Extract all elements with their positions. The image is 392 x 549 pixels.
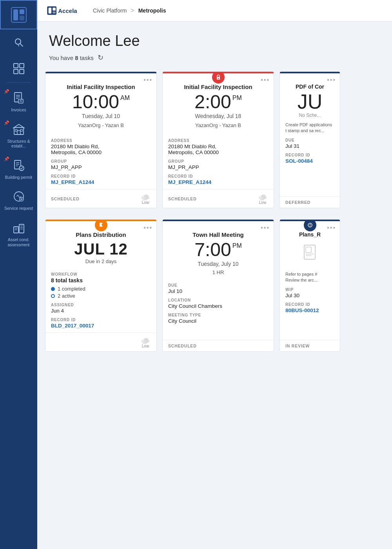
- card-initial-facility-1: ••• Initial Facility Inspection 10:00 AM…: [45, 71, 157, 208]
- card-footer: SCHEDULED Low: [45, 189, 156, 208]
- main-content: Accela Civic Platform > Metropolis Welco…: [37, 0, 392, 549]
- tasks-text: You have 8 tasks: [49, 55, 94, 61]
- field-value-recordid[interactable]: MJ_EPRE_A1244: [51, 179, 151, 185]
- service-request-icon: [11, 189, 26, 204]
- building-permit-icon: [11, 158, 26, 173]
- svg-rect-19: [17, 131, 20, 135]
- card-date-2: Wednesday, Jul 18: [163, 111, 274, 120]
- svg-rect-9: [14, 69, 18, 74]
- field-value-due-5: Jul 10: [168, 288, 268, 294]
- sidebar-search[interactable]: [0, 29, 37, 56]
- field-value-recordid-4[interactable]: BLD_2017_00017: [51, 323, 151, 329]
- invoice-icon: [11, 91, 26, 105]
- field-label-recordid-3: RECORD ID: [285, 153, 334, 157]
- field-label-group-2: GROUP: [168, 159, 268, 164]
- svg-line-5: [20, 44, 23, 46]
- card-body: ADDRESS 20180 Mt Diablo Rd,Metropolis, C…: [45, 131, 156, 189]
- svg-rect-32: [19, 224, 24, 233]
- structures-icon: [11, 122, 26, 137]
- welcome-section: Welcome Lee You have 8 tasks ↻: [37, 22, 392, 66]
- dot-filled-icon: [51, 287, 55, 291]
- card-more-button-6[interactable]: •••: [327, 224, 336, 231]
- welcome-title: Welcome Lee: [49, 33, 380, 49]
- field-label-address: ADDRESS: [51, 138, 151, 143]
- card-body-5: DUE Jul 10 LOCATION City Council Chamber…: [163, 276, 274, 340]
- card-title-6: Plans_R: [280, 231, 340, 239]
- card-more-button[interactable]: •••: [143, 76, 152, 84]
- svg-point-59: [144, 338, 149, 342]
- dot-empty-icon: [51, 294, 55, 298]
- card-status-6: IN REVIEW: [285, 344, 310, 348]
- asset-icon: [11, 220, 26, 235]
- sidebar-logo-button[interactable]: [0, 0, 37, 29]
- field-value-location: City Council Chambers: [168, 303, 268, 309]
- card-status-2: SCHEDULED: [168, 196, 197, 201]
- svg-rect-1: [13, 9, 18, 20]
- sidebar-grid-button[interactable]: [0, 56, 37, 80]
- workflow-active: 2 active: [51, 293, 151, 299]
- field-label-group: GROUP: [51, 159, 151, 164]
- field-value-recordid-6[interactable]: 80BUS-00012: [285, 307, 334, 313]
- card-time-2: 2:00 PM: [163, 92, 274, 111]
- svg-point-45: [144, 195, 149, 198]
- card-icon-6: [280, 239, 340, 268]
- card-status-3: DEFERRED: [285, 200, 310, 205]
- sidebar-item-asset[interactable]: Asset cond. assessment: [0, 215, 37, 251]
- card-duration-5: 1 HR: [163, 268, 274, 276]
- pin-icon-3: 📌: [4, 156, 9, 162]
- card-more-button-4[interactable]: •••: [143, 224, 152, 231]
- sidebar-item-building-permit-label: Building permit: [5, 175, 32, 180]
- card-time-ampm: AM: [120, 95, 130, 101]
- card-more-button-2[interactable]: •••: [261, 76, 270, 84]
- grid-icon: [11, 61, 26, 76]
- field-label-assigned: ASSIGNED: [51, 303, 151, 307]
- weather-label-2: Low: [259, 200, 266, 205]
- svg-point-53: [261, 195, 266, 198]
- sidebar-item-invoices[interactable]: 📌 Invoices: [0, 85, 37, 116]
- topbar: Accela Civic Platform > Metropolis: [37, 0, 392, 22]
- card-body-4: WORKFLOW 8 total tasks 1 completed 2 act…: [45, 265, 156, 333]
- svg-text:Accela: Accela: [58, 7, 77, 14]
- card-body-6: Refer to pages #Review the arc... WIP Ju…: [280, 268, 340, 340]
- card-time-5: 7:00 PM: [163, 240, 274, 259]
- field-value-address-2: 20180 Mt Diablo Rd,Metropolis, CA 00000: [168, 144, 268, 155]
- lock-badge: [212, 71, 225, 84]
- svg-rect-2: [20, 9, 24, 14]
- sidebar-item-structures[interactable]: 📌 Structures & establ...: [0, 116, 37, 153]
- card-time-value: 10:00: [72, 93, 119, 111]
- field-value-recordid-3[interactable]: SOL-00484: [285, 158, 334, 164]
- svg-rect-15: [18, 99, 23, 103]
- card-initial-facility-2: ••• Initial Facility Inspection 2:00 PM …: [162, 71, 274, 208]
- field-label-due-3: DUE: [285, 138, 334, 142]
- card-title-5: Town Hall Meeting: [163, 231, 274, 240]
- workflow-total: 8 total tasks: [51, 277, 151, 284]
- breadcrumb-current: Metropolis: [138, 7, 166, 14]
- svg-rect-3: [20, 16, 24, 20]
- sidebar-item-invoices-label: Invoices: [11, 107, 26, 113]
- field-label-address-2: ADDRESS: [168, 138, 268, 143]
- svg-rect-40: [53, 8, 56, 11]
- svg-rect-39: [49, 8, 51, 14]
- card-desc-3: Create PDF applications t stamp and sa r…: [285, 122, 334, 134]
- card-footer-3: DEFERRED: [280, 196, 340, 208]
- sidebar-divider: [7, 82, 31, 83]
- card-plans-r-partial: ••• Plans_R Refer to pages #Review the a…: [279, 219, 340, 352]
- sidebar-item-building-permit[interactable]: 📌 Building permit: [0, 153, 37, 184]
- field-value-assigned: Jun 4: [51, 308, 151, 314]
- card-time-value-5: 7:00: [194, 240, 231, 259]
- field-value-recordid-2[interactable]: MJ_EPRE_A1244: [168, 179, 268, 185]
- card-date-5: Tuesday, July 10: [163, 259, 274, 268]
- svg-rect-8: [20, 64, 24, 68]
- field-label-recordid-6: RECORD ID: [285, 302, 334, 307]
- card-header-5: •••: [163, 221, 274, 231]
- card-more-button-5[interactable]: •••: [261, 224, 270, 231]
- card-pdf-partial: ••• PDF of Cor JU No Sche... Create PDF …: [279, 71, 340, 208]
- field-label-meeting-type: MEETING TYPE: [168, 313, 268, 317]
- refresh-button[interactable]: ↻: [98, 53, 103, 62]
- sidebar-item-service-request[interactable]: Service request: [0, 184, 37, 215]
- breadcrumb-separator: >: [131, 7, 134, 14]
- card-status-5: SCHEDULED: [168, 344, 197, 348]
- breadcrumb-root[interactable]: Civic Platform: [93, 7, 127, 14]
- card-time: 10:00 AM: [45, 92, 156, 111]
- card-more-button-3[interactable]: •••: [327, 76, 336, 84]
